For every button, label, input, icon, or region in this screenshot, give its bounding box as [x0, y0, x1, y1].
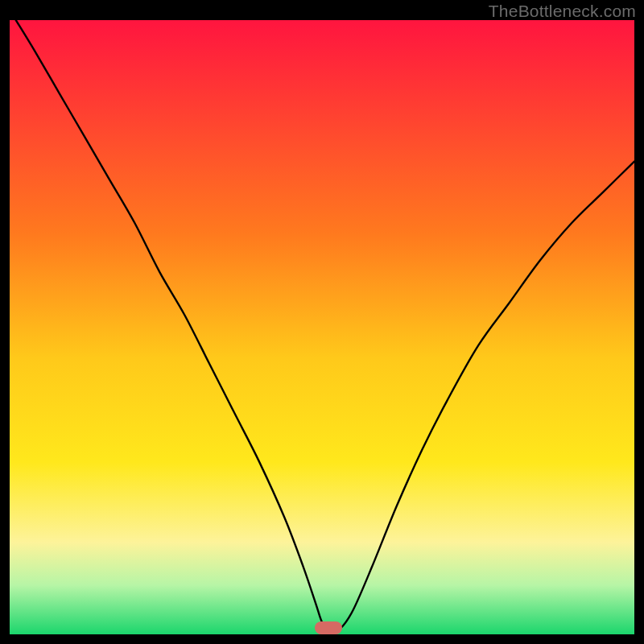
- watermark-text: TheBottleneck.com: [489, 2, 636, 21]
- bottleneck-curve: [10, 20, 634, 634]
- optimal-marker: [315, 621, 342, 634]
- plot-area: [10, 20, 634, 634]
- chart-stage: TheBottleneck.com: [0, 0, 644, 644]
